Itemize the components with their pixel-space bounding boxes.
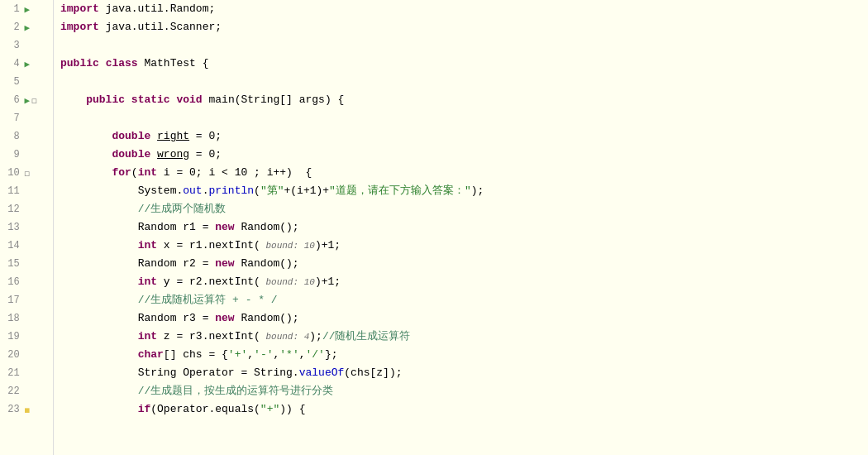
bookmark-icon-23[interactable]: ◼ <box>25 405 31 415</box>
line-num-15: 15 <box>0 258 23 270</box>
param-14: bound: 10 <box>260 237 315 255</box>
line-num-1: 1 <box>0 3 23 15</box>
str-class-21: String Operator = String. <box>138 364 299 382</box>
kw-import-1: import <box>60 0 99 18</box>
str-20e: '*' <box>279 346 298 364</box>
gutter-line-4: 4 ▶ <box>0 55 53 73</box>
kw-new-18: new <box>215 309 234 328</box>
plain-20f: , <box>299 346 306 364</box>
code-editor: 1 ▶ 2 ▶ 3 4 ▶ 5 <box>0 0 868 455</box>
plain-16b: )+1; <box>315 273 341 291</box>
random-18b: Random(); <box>235 309 299 328</box>
expand-icon-4[interactable]: ▶ <box>25 59 31 69</box>
comment-12: //生成两个随机数 <box>138 200 227 218</box>
gutter-icons-10[interactable]: ◻ <box>23 168 53 179</box>
line-num-4: 4 <box>0 58 23 69</box>
gutter-icons-23[interactable]: ◼ <box>23 405 53 415</box>
collapse-icon-2[interactable]: ▶ <box>25 22 31 33</box>
indent-14 <box>60 237 138 255</box>
comment-22: //生成题目，按生成的运算符号进行分类 <box>138 382 334 400</box>
str-20g: '/' <box>306 346 325 364</box>
gutter-line-15: 15 <box>0 255 53 273</box>
method-println-11: println <box>208 182 254 200</box>
param-19: bound: 4 <box>260 328 309 346</box>
gutter-icons-1[interactable]: ▶ <box>23 4 53 15</box>
code-line-17: //生成随机运算符 + - * / <box>60 291 868 309</box>
kw-new-13: new <box>215 218 234 237</box>
gutter-icons-6[interactable]: ▶ ◻ <box>23 95 53 106</box>
indent-12 <box>60 200 138 218</box>
kw-int-10: int <box>138 164 157 182</box>
bookmark-icon-6[interactable]: ◻ <box>31 95 37 106</box>
indent-22 <box>60 382 138 400</box>
line-num-5: 5 <box>0 76 23 88</box>
random-13b: Random(); <box>235 218 299 237</box>
method-valueof-21: valueOf <box>299 364 345 382</box>
gutter-line-17: 17 <box>0 291 53 309</box>
gutter-line-6: 6 ▶ ◻ <box>0 91 53 109</box>
plain-11a: . <box>203 182 209 200</box>
collapse-icon-1[interactable]: ▶ <box>25 4 31 15</box>
kw-public-4: public <box>60 55 99 73</box>
code-line-12: //生成两个随机数 <box>60 200 868 218</box>
indent-11 <box>60 182 138 200</box>
kw-static-6: static <box>131 91 170 109</box>
line-num-18: 18 <box>0 313 23 324</box>
method-out-11: out <box>183 182 202 200</box>
indent-19 <box>60 328 138 346</box>
gutter-icons-4[interactable]: ▶ <box>23 59 53 69</box>
gutter-line-7: 7 <box>0 109 53 127</box>
plain-23a: (Operator.equals( <box>150 400 260 419</box>
code-line-16: int y = r2.nextInt( bound: 10)+1; <box>60 273 868 291</box>
plain-11d: ); <box>471 182 484 200</box>
gutter-line-9: 9 <box>0 146 53 164</box>
plain-9b: = 0; <box>189 146 222 164</box>
str-20c: '-' <box>254 346 273 364</box>
code-line-19: int z = r3.nextInt( bound: 4);//随机生成运算符 <box>60 328 868 346</box>
code-line-22: //生成题目，按生成的运算符号进行分类 <box>60 382 868 400</box>
indent-21 <box>60 364 138 382</box>
gutter-line-13: 13 <box>0 218 53 237</box>
plain-19a: z = r3.nextInt( <box>157 328 260 346</box>
indent-6 <box>60 91 86 109</box>
line-num-11: 11 <box>0 185 23 197</box>
code-line-1: import java.util.Random; <box>60 0 868 18</box>
plain-6c: main(String[] args) { <box>203 91 345 109</box>
sys-11: System. <box>138 182 184 200</box>
plain-23b: )) { <box>279 400 305 419</box>
line-num-17: 17 <box>0 295 23 306</box>
code-line-11: System.out.println("第"+(i+1)+"道题，请在下方输入答… <box>60 182 868 200</box>
line-num-20: 20 <box>0 349 23 361</box>
kw-int-16: int <box>138 273 157 291</box>
code-line-8: double right = 0; <box>60 127 868 146</box>
plain-1: java.util.Random; <box>99 0 215 18</box>
indent-20 <box>60 346 138 364</box>
gutter-line-10: 10 ◻ <box>0 164 53 182</box>
plain-20a: [] chs = { <box>164 346 228 364</box>
line-num-8: 8 <box>0 131 23 142</box>
plain-8a <box>150 127 157 146</box>
param-16: bound: 10 <box>260 273 315 291</box>
expand-icon-6[interactable]: ▶ <box>25 95 31 106</box>
plain-4a <box>99 55 106 73</box>
kw-class-4: class <box>106 55 138 73</box>
bookmark-icon-10[interactable]: ◻ <box>25 168 31 179</box>
gutter-icons-2[interactable]: ▶ <box>23 22 53 33</box>
gutter-line-22: 22 <box>0 382 53 400</box>
comment-19: //随机生成运算符 <box>322 328 411 346</box>
plain-6a <box>125 91 131 109</box>
var-right-8: right <box>157 127 189 146</box>
gutter-line-3: 3 <box>0 36 53 55</box>
code-line-20: char[] chs = {'+','-','*','/'}; <box>60 346 868 364</box>
line-num-6: 6 <box>0 94 23 106</box>
random-15a: Random r2 = <box>138 255 216 273</box>
code-line-5 <box>60 73 868 91</box>
indent-8 <box>60 127 112 146</box>
line-num-16: 16 <box>0 276 23 288</box>
plain-4b: MathTest { <box>138 55 209 73</box>
line-num-23: 23 <box>0 404 23 415</box>
plain-11b: ( <box>254 182 260 200</box>
line-num-14: 14 <box>0 240 23 251</box>
str-11b: "道题，请在下方输入答案：" <box>329 182 471 200</box>
plain-21b: (chs[z]); <box>344 364 402 382</box>
